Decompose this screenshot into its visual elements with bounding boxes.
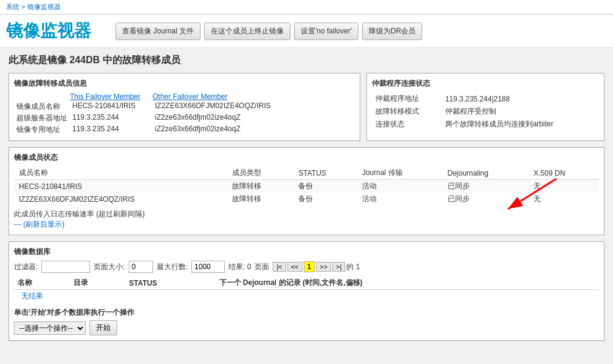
stop-mirror-button[interactable]: 在这个成员上终止镜像	[204, 22, 290, 40]
member-role: 备份	[293, 193, 357, 205]
member-dejournal: 无	[529, 193, 599, 205]
filter-input[interactable]	[41, 261, 90, 273]
row-this-value: 119.3.235.244	[70, 112, 152, 124]
col-header: X.509 DN	[529, 167, 599, 180]
bulk-action-row: --选择一个操作-- 开始	[14, 320, 599, 335]
table-row: 镜像专用地址 119.3.235.244 iZ2ze63x66dfjm02ize…	[14, 124, 273, 136]
db-section-title: 镜像数据库	[14, 247, 599, 257]
no-result-label: 无结果	[18, 289, 47, 303]
page-size-label: 页面大小:	[94, 262, 125, 272]
col-label-empty	[14, 92, 70, 101]
page-current: 1	[304, 261, 315, 272]
arbiter-row-value: 两个故障转移成员均连接到arbiter	[442, 118, 599, 131]
db-section: 镜像数据库 过滤器: 页面大小: 最大行数: 结果: 0 页面 |< << 1 …	[9, 241, 604, 341]
member-type: 故障转移	[227, 180, 293, 193]
arbiter-row-value: 119.3.235.244|2188	[442, 92, 599, 105]
col-header: 名称	[14, 276, 70, 290]
rate-refresh-link[interactable]: --- (刷新后显示)	[14, 220, 64, 228]
row-label: 镜像专用地址	[14, 124, 70, 136]
col-header: 下一个 Dejournal 的记录 (时间,文件名,偏移)	[216, 276, 599, 290]
table-row: HECS-210841/IRIS 故障转移 备份 活动 已同步 无	[14, 180, 599, 193]
table-row: 连接状态 两个故障转移成员均连接到arbiter	[372, 118, 599, 131]
breadcrumb-system[interactable]: 系统	[6, 3, 19, 10]
no-failover-button[interactable]: 设置'no failover'	[294, 22, 358, 40]
results-label: 结果: 0	[228, 262, 251, 272]
table-row: 仲裁程序地址 119.3.235.244|2188	[372, 92, 599, 105]
bulk-action-select[interactable]: --选择一个操作--	[14, 321, 86, 335]
failover-section-title: 镜像故障转移成员信息	[14, 78, 355, 89]
page-size-input[interactable]	[129, 261, 153, 273]
row-other-value: iZ2ze63x66dfjm02ize4oqZ	[152, 112, 273, 124]
table-row: 故障转移模式 仲裁程序受控制	[372, 105, 599, 118]
col-other-member: Other Failover Member	[152, 92, 273, 101]
arbiter-table: 仲裁程序地址 119.3.235.244|2188 故障转移模式 仲裁程序受控制…	[372, 92, 599, 131]
arbiter-row-label: 仲裁程序地址	[372, 92, 442, 105]
bulk-action: 单击'开始'对多个数据库执行一个操作 --选择一个操作-- 开始	[14, 307, 599, 335]
arbiter-section-title: 仲裁程序连接状态	[372, 78, 599, 89]
member-status: 活动	[357, 180, 443, 193]
page-label: 页面	[255, 262, 269, 272]
page-title: 此系统是镜像 244DB 中的故障转移成员	[9, 54, 604, 67]
max-rows-input[interactable]	[191, 261, 225, 273]
col-header: STATUS	[125, 276, 215, 290]
table-row: IZ2ZE63X66DFJM02IZE4OQZ/IRIS 故障转移 备份 活动 …	[14, 193, 599, 205]
arbiter-row-label: 故障转移模式	[372, 105, 442, 118]
row-label: 镜像成员名称	[14, 101, 70, 112]
member-table-wrapper: 成员名称成员类型STATUSJournal 传输DejournalingX.50…	[14, 167, 599, 205]
header: 镜像监视器 查看镜像 Journal 文件 在这个成员上终止镜像 设置'no f…	[0, 15, 613, 48]
member-status: 活动	[357, 193, 443, 205]
bulk-start-button[interactable]: 开始	[89, 320, 117, 335]
table-row: 超级服务器地址 119.3.235.244 iZ2ze63x66dfjm02iz…	[14, 112, 273, 124]
info-section: 镜像故障转移成员信息 This Failover Member Other Fa…	[9, 73, 604, 141]
row-this-value: HECS-210841/IRIS	[70, 101, 152, 112]
row-label: 超级服务器地址	[14, 112, 70, 124]
col-this-member: This Failover Member	[70, 92, 152, 101]
total-pages: 的 1	[346, 262, 360, 272]
failover-table: This Failover Member Other Failover Memb…	[14, 92, 273, 136]
arbiter-box: 仲裁程序连接状态 仲裁程序地址 119.3.235.244|2188 故障转移模…	[366, 73, 604, 141]
member-journal: 已同步	[443, 193, 529, 205]
table-row: 镜像成员名称 HECS-210841/IRIS IZ2ZE63X66DFJM02…	[14, 101, 273, 112]
member-status-section: 镜像成员状态 成员名称成员类型STATUSJournal 传输Dejournal…	[9, 147, 604, 235]
breadcrumb: 系统 > 镜像监视器	[0, 0, 613, 15]
page-prev-button[interactable]: <<	[287, 262, 303, 272]
col-header: 成员名称	[14, 167, 227, 180]
header-buttons: 查看镜像 Journal 文件 在这个成员上终止镜像 设置'no failove…	[115, 22, 422, 40]
filter-label: 过滤器:	[14, 262, 38, 272]
col-header: Journal 传输	[357, 167, 443, 180]
filter-row: 过滤器: 页面大小: 最大行数: 结果: 0 页面 |< << 1 >> >| …	[14, 261, 599, 273]
table-row: 无结果	[14, 290, 599, 303]
breadcrumb-current: 镜像监视器	[27, 3, 61, 10]
db-table: 名称目录STATUS下一个 Dejournal 的记录 (时间,文件名,偏移) …	[14, 276, 599, 303]
member-dejournal: 无	[529, 180, 599, 193]
pagination: |< << 1 >> >| 的 1	[273, 261, 360, 272]
arbiter-row-value: 仲裁程序受控制	[442, 105, 599, 118]
col-header: STATUS	[293, 167, 357, 180]
failover-info-box: 镜像故障转移成员信息 This Failover Member Other Fa…	[9, 73, 360, 141]
main-content: 此系统是镜像 244DB 中的故障转移成员 镜像故障转移成员信息 This Fa…	[0, 48, 613, 347]
member-role: 备份	[293, 180, 357, 193]
dr-member-button[interactable]: 降级为DR会员	[362, 22, 422, 40]
app-title: 镜像监视器	[6, 19, 103, 43]
page-next-button[interactable]: >>	[316, 262, 331, 272]
col-header: 目录	[70, 276, 126, 290]
member-table: 成员名称成员类型STATUSJournal 传输DejournalingX.50…	[14, 167, 599, 205]
page-last-button[interactable]: >|	[332, 262, 345, 272]
row-other-value: IZ2ZE63X66DFJM02IZE4OQZ/IRIS	[152, 101, 273, 112]
member-journal: 已同步	[443, 180, 529, 193]
max-rows-label: 最大行数:	[157, 262, 188, 272]
member-name: IZ2ZE63X66DFJM02IZE4OQZ/IRIS	[14, 193, 227, 205]
row-other-value: iZ2ze63x66dfjm02ize4oqZ	[152, 124, 273, 136]
page-first-button[interactable]: |<	[273, 262, 286, 272]
view-journal-button[interactable]: 查看镜像 Journal 文件	[115, 22, 200, 40]
bulk-action-title: 单击'开始'对多个数据库执行一个操作	[14, 307, 599, 318]
member-type: 故障转移	[227, 193, 293, 205]
arbiter-row-label: 连接状态	[372, 118, 442, 131]
col-header: Dejournaling	[443, 167, 529, 180]
row-this-value: 119.3.235.244	[70, 124, 152, 136]
member-status-title: 镜像成员状态	[14, 153, 599, 163]
rate-info: 此成员传入日志传输速率 (超过刷新间隔) --- (刷新后显示)	[14, 209, 599, 230]
col-header: 成员类型	[227, 167, 293, 180]
member-name: HECS-210841/IRIS	[14, 180, 227, 193]
